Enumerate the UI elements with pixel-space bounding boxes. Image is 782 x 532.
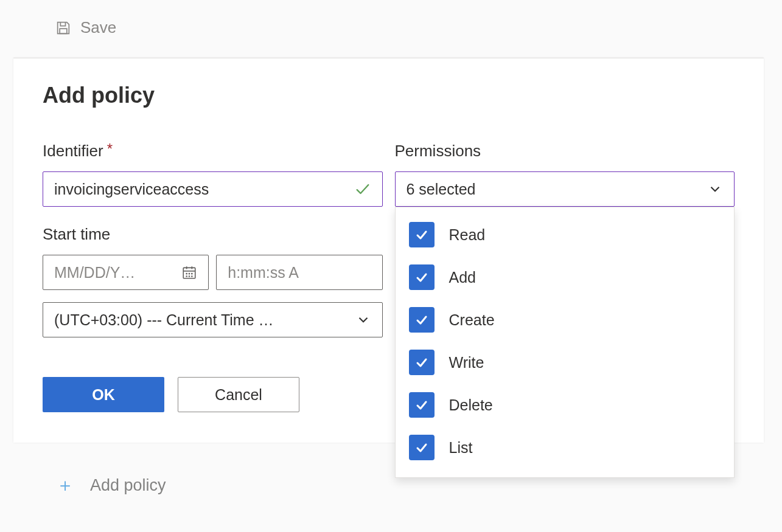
plus-icon: ＋ — [56, 473, 74, 498]
checkbox[interactable] — [409, 307, 435, 333]
checkbox[interactable] — [409, 350, 435, 375]
permission-option[interactable]: Write — [396, 341, 735, 384]
timezone-select[interactable]: (UTC+03:00) --- Current Time … — [43, 302, 383, 337]
start-date-placeholder: MM/DD/Y… — [54, 264, 174, 282]
identifier-input[interactable] — [54, 181, 354, 198]
permission-option-label: Write — [449, 354, 484, 371]
identifier-input-wrapper[interactable] — [43, 171, 383, 207]
checkbox[interactable] — [409, 435, 435, 460]
add-policy-label: Add policy — [90, 476, 166, 495]
checkbox[interactable] — [409, 264, 435, 290]
save-button-label[interactable]: Save — [80, 18, 116, 37]
left-column: Identifier * Start time MM/DD/Y… — [43, 142, 383, 412]
svg-rect-0 — [60, 29, 67, 33]
svg-point-8 — [186, 276, 187, 277]
svg-point-9 — [189, 276, 190, 277]
valid-icon — [354, 181, 371, 198]
calendar-icon[interactable] — [181, 264, 197, 280]
svg-point-7 — [192, 274, 192, 274]
permission-option-label: Read — [449, 226, 486, 244]
cancel-button[interactable]: Cancel — [178, 377, 299, 412]
checkbox[interactable] — [409, 222, 435, 247]
permission-option-label: Create — [449, 311, 495, 329]
svg-point-5 — [186, 274, 187, 274]
identifier-label: Identifier * — [43, 142, 383, 161]
svg-point-6 — [189, 274, 190, 274]
chevron-down-icon — [707, 181, 723, 197]
permission-option-label: Delete — [449, 396, 493, 414]
add-policy-row[interactable]: ＋ Add policy — [56, 473, 166, 498]
permission-option-label: List — [449, 439, 473, 457]
start-time-label: Start time — [43, 225, 383, 244]
start-time-placeholder: h:mm:ss A — [228, 264, 371, 282]
permission-option[interactable]: List — [396, 426, 735, 469]
permission-option[interactable]: Delete — [396, 384, 735, 426]
start-date-input[interactable]: MM/DD/Y… — [43, 255, 209, 290]
permission-option-label: Add — [449, 269, 476, 286]
permission-option[interactable]: Add — [396, 256, 735, 299]
start-time-input[interactable]: h:mm:ss A — [216, 255, 382, 290]
permissions-label: Permissions — [395, 142, 735, 161]
chevron-down-icon — [355, 312, 371, 328]
ok-button[interactable]: OK — [43, 377, 164, 412]
identifier-label-text: Identifier — [43, 142, 103, 161]
start-time-label-text: Start time — [43, 225, 110, 244]
toolbar: Save — [0, 0, 782, 49]
required-mark: * — [107, 142, 113, 156]
permission-option[interactable]: Read — [396, 213, 735, 256]
permissions-dropdown[interactable]: ReadAddCreateWriteDeleteList — [395, 207, 735, 478]
checkbox[interactable] — [409, 392, 435, 418]
svg-point-10 — [192, 276, 192, 277]
permissions-label-text: Permissions — [395, 142, 481, 161]
timezone-value: (UTC+03:00) --- Current Time … — [54, 311, 274, 329]
permission-option[interactable]: Create — [396, 299, 735, 341]
permissions-summary: 6 selected — [407, 181, 476, 198]
permissions-select[interactable]: 6 selected — [395, 171, 735, 207]
panel-title: Add policy — [43, 83, 735, 108]
save-icon[interactable] — [55, 19, 72, 36]
